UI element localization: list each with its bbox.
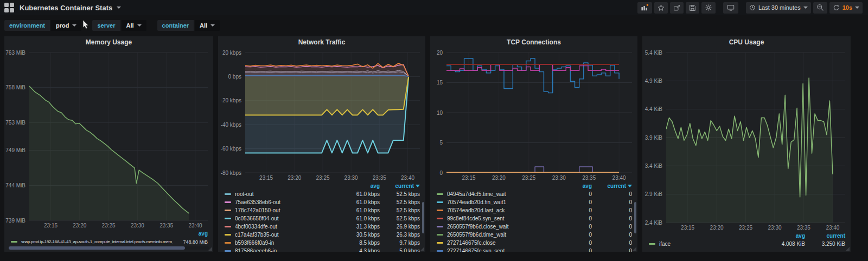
save-button[interactable] — [686, 2, 699, 14]
variable-container-value[interactable]: All — [195, 20, 220, 31]
dropdown-caret-icon — [210, 24, 215, 27]
series-value: 4.3 kbps — [340, 248, 380, 252]
zoom-out-button[interactable] — [813, 2, 827, 14]
legend-column-current[interactable]: current — [592, 183, 632, 189]
legend-series[interactable]: 2727146675fc.close00 — [430, 239, 637, 247]
refresh-caret-icon — [855, 6, 859, 9]
time-range-picker[interactable]: Last 30 minutes — [746, 2, 811, 14]
legend-series[interactable]: 2727146675fc.syn_sent00 — [430, 247, 637, 252]
variable-environment[interactable]: environment prod — [4, 20, 81, 31]
cpu-usage-chart[interactable]: 23:1523:2023:2523:3023:3523:405.4 KiB4.9… — [642, 48, 851, 231]
series-name: 2727146675fc.syn_sent — [447, 248, 552, 252]
cycle-view-button[interactable] — [723, 2, 738, 14]
series-name: 04945a7d4cf5.time_wait — [447, 191, 552, 197]
series-name: 4bcf00334dfe-out — [235, 224, 340, 230]
svg-text:-60 kbps: -60 kbps — [221, 146, 241, 152]
svg-text:23:40: 23:40 — [401, 175, 414, 181]
tcp-connections-chart[interactable]: 23:1523:2023:2523:3023:3523:4020151050 — [430, 48, 637, 181]
memory-usage-chart[interactable]: 23:1523:2023:2523:3023:3523:40763 MiB758… — [4, 48, 213, 229]
star-button[interactable] — [654, 2, 668, 14]
refresh-icon — [833, 4, 840, 11]
legend-series[interactable]: iface4.008 KiB3.250 KiB — [642, 240, 851, 248]
add-panel-button[interactable] — [637, 2, 652, 14]
series-color-swatch — [437, 242, 443, 244]
svg-text:749 MiB: 749 MiB — [5, 147, 25, 153]
legend-series[interactable]: 75ae63538eb6-out61.0 kbps52.5 kbps — [218, 198, 425, 206]
legend-series[interactable]: 178c742a0150-out61.0 kbps52.5 kbps — [218, 206, 425, 214]
legend-column-avg[interactable]: avg — [765, 233, 805, 239]
svg-text:0: 0 — [439, 170, 443, 176]
legend-series[interactable]: 99c8ef84cde5.syn_sent00 — [430, 214, 637, 223]
series-name: 75ae63538eb6-out — [235, 199, 340, 205]
series-color-swatch — [649, 243, 655, 245]
series-value: 61.0 kbps — [340, 199, 380, 205]
add-panel-icon — [641, 4, 649, 11]
legend-series[interactable]: 2650557f9b6d.close_wait00 — [430, 223, 637, 231]
share-icon — [673, 4, 680, 11]
dashboard-title[interactable]: Kubernetes Container Stats — [20, 4, 112, 12]
series-color-swatch — [225, 218, 231, 219]
legend-header: avgcurrent — [218, 181, 425, 190]
svg-text:23:35: 23:35 — [159, 223, 173, 229]
svg-text:23:25: 23:25 — [522, 175, 535, 181]
legend-horizontal-scrollbar[interactable] — [9, 246, 209, 250]
svg-text:4.4 KiB: 4.4 KiB — [645, 106, 663, 112]
svg-text:10: 10 — [437, 110, 443, 116]
legend-column-avg[interactable]: avg — [168, 231, 208, 237]
share-button[interactable] — [670, 2, 684, 14]
series-value: 52.5 kbps — [380, 191, 420, 197]
legend-series[interactable]: 2650557f9b6d.time_wait00 — [430, 231, 637, 239]
legend-series[interactable]: 0c0536658f04-out61.0 kbps52.5 kbps — [218, 214, 425, 223]
series-value: 0 — [552, 199, 592, 205]
legend-column-current[interactable]: current — [380, 183, 420, 189]
svg-text:4.9 KiB: 4.9 KiB — [645, 78, 663, 84]
tcp-legend: avgcurrent04945a7d4cf5.time_wait0070574e… — [430, 181, 637, 252]
series-value: 4.008 KiB — [765, 241, 805, 247]
series-value: 61.0 kbps — [340, 191, 380, 197]
series-color-swatch — [437, 210, 443, 211]
legend-series[interactable]: 04945a7d4cf5.time_wait00 — [430, 190, 637, 198]
panel-title[interactable]: TCP Connections — [430, 36, 637, 48]
variable-environment-value[interactable]: prod — [51, 20, 81, 31]
series-value: 9.7 kbps — [380, 240, 420, 246]
variable-server[interactable]: server All — [92, 20, 146, 31]
svg-text:-40 kbps: -40 kbps — [221, 122, 241, 128]
legend-series[interactable]: snap.prod.ip-192-168-41-43_ap-south-1_co… — [4, 238, 213, 245]
network-traffic-chart[interactable]: 23:1523:2023:2523:3023:3523:4020 kbps0 b… — [218, 48, 425, 181]
svg-text:23:35: 23:35 — [373, 175, 386, 181]
panel-title[interactable]: Memory Usage — [4, 36, 213, 48]
legend-vertical-scrollbar[interactable] — [634, 202, 636, 233]
variable-container[interactable]: container All — [157, 20, 220, 31]
legend-series[interactable]: 4bcf00334dfe-out31.3 kbps26.9 kbps — [218, 223, 425, 231]
legend-series[interactable]: b593f666f0a9-in8.5 kbps9.7 kbps — [218, 239, 425, 247]
legend-vertical-scrollbar[interactable] — [422, 202, 424, 233]
svg-text:763 MiB: 763 MiB — [5, 50, 25, 56]
legend-series[interactable]: 817586aeceb6-in4.3 kbps5.0 kbps — [218, 247, 425, 252]
panel-title[interactable]: Network Traffic — [218, 36, 425, 48]
variable-server-value[interactable]: All — [122, 20, 146, 31]
series-value: 31.3 kbps — [340, 224, 380, 230]
legend-column-current[interactable]: current — [805, 233, 845, 239]
panel-title[interactable]: CPU Usage — [642, 36, 851, 48]
svg-text:15: 15 — [437, 80, 443, 86]
series-name: 70574eadb20d.last_ack — [447, 207, 552, 213]
legend-series[interactable]: 70574eadb20d.last_ack00 — [430, 206, 637, 214]
dashboard-header: Kubernetes Container Stats — [0, 0, 868, 15]
legend-series[interactable]: 70574eadb20d.fin_wait100 — [430, 198, 637, 206]
grafana-menu-icon[interactable] — [4, 3, 14, 12]
legend-series[interactable]: c17a4af37b35-out30.5 kbps26.3 kbps — [218, 231, 425, 239]
series-name: root-out — [235, 191, 340, 197]
chart-canvas: 23:1523:2023:2523:3023:3523:4020 kbps0 b… — [218, 48, 425, 181]
dashboard-title-caret-icon[interactable] — [117, 6, 121, 9]
series-value: 8.5 kbps — [340, 240, 380, 246]
settings-button[interactable] — [701, 2, 716, 14]
zoom-out-icon — [816, 4, 824, 11]
series-color-swatch — [11, 241, 17, 243]
refresh-picker[interactable]: 10s — [829, 2, 863, 14]
legend-series[interactable]: root-out61.0 kbps52.5 kbps — [218, 190, 425, 198]
legend-column-avg[interactable]: avg — [552, 183, 592, 189]
legend-column-avg[interactable]: avg — [340, 183, 380, 189]
gear-icon — [705, 4, 712, 11]
series-value: 0 — [592, 207, 632, 213]
scrollbar-thumb[interactable] — [9, 246, 185, 250]
